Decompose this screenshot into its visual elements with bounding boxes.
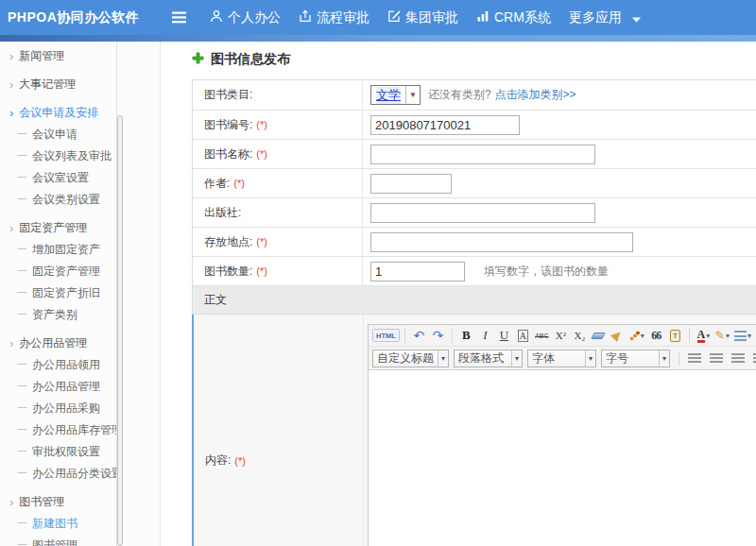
quantity-input[interactable] [370,262,465,282]
sidebar-item-meeting-apply[interactable]: 一 会议申请 [0,124,160,145]
toolbar-separator [679,351,679,366]
sidebar-section-office-supplies[interactable]: › 办公用品管理 [0,333,160,354]
topnav-label: 更多应用 [569,9,622,26]
subscript-button[interactable]: X₂ [571,327,589,344]
book-no-input[interactable] [370,115,520,135]
form-row-book-name: 图书名称: (*) [192,140,756,169]
topnav-group-approval[interactable]: 集团审批 [387,9,458,26]
sidebar-item-meeting-category[interactable]: 一 会议类别设置 [0,189,160,211]
author-input[interactable] [370,174,452,194]
font-style-button[interactable]: A [514,327,532,344]
font-size-dropdown[interactable]: 字号 ▾ [601,350,670,367]
sidebar-item-approval-permission[interactable]: 一 审批权限设置 [0,441,160,463]
category-selected-value: 文学 [376,87,401,104]
book-no-label: 图书编号: [204,117,252,133]
dash-icon: 一 [17,151,27,162]
sidebar-item-asset-depreciation[interactable]: 一 固定资产折旧 [0,282,160,304]
ordered-list-icon [734,331,747,341]
editor-toolbar-row2: 自定义标题 ▾ 段落格式 ▾ 字体 ▾ [369,347,756,370]
blockquote-button[interactable]: 66 [647,327,665,344]
highlight-color-button[interactable]: ✎▾ [713,327,731,344]
category-select[interactable]: 文学 ▼ [370,85,421,105]
sidebar-item-supplies-purchase[interactable]: 一 办公用品采购 [0,398,160,419]
sidebar-item-supplies-manage[interactable]: 一 办公用品管理 [0,376,160,398]
clear-format-button[interactable] [609,327,627,344]
sidebar-item-book-new[interactable]: 一 新建图书 [0,513,160,535]
format-painter-button[interactable]: ▾ [627,327,646,344]
chevron-right-icon: › [9,496,13,508]
remove-format-button[interactable] [590,327,608,344]
topnav-workflow-approval[interactable]: 流程审批 [299,9,369,26]
publisher-input[interactable] [370,203,595,223]
edit-square-icon [387,9,401,26]
location-input[interactable] [370,232,633,252]
sidebar-item-asset-category[interactable]: 一 资产类别 [0,304,160,326]
sidebar-section-books[interactable]: › 图书管理 [0,491,160,513]
required-mark: (*) [233,178,245,189]
sidebar-item-book-manage[interactable]: 一 图书管理 [0,535,160,546]
sidebar-item-label: 固定资产管理 [32,264,100,280]
sidebar: › 新闻管理 › 大事记管理 › 会议申请及安排 一 会议申请 一 会议列表及审… [0,42,161,546]
italic-button[interactable]: I [476,327,494,344]
superscript-button[interactable]: X² [552,327,570,344]
category-hint: 还没有类别? [428,87,491,103]
sidebar-section-meeting[interactable]: › 会议申请及安排 [0,102,160,124]
ordered-list-button[interactable]: ▾ [732,327,753,344]
bold-button[interactable]: B [457,327,475,344]
align-right-button[interactable] [728,350,748,367]
sidebar-scrollbar-thumb[interactable] [117,115,123,546]
sidebar-item-supplies-receive[interactable]: 一 办公用品领用 [0,354,160,376]
html-source-button[interactable]: HTML [372,329,400,342]
caret-down-icon: ▾ [511,350,522,367]
font-family-dropdown[interactable]: 字体 ▾ [527,350,596,367]
redo-button[interactable]: ↷ [429,327,447,344]
sidebar-item-asset-manage[interactable]: 一 固定资产管理 [0,261,160,282]
book-name-input[interactable] [370,145,595,164]
sidebar-section-label: 固定资产管理 [19,220,87,236]
topnav-more-apps[interactable]: 更多应用 [569,9,641,26]
font-color-button[interactable]: A▾ [695,327,713,344]
form-row-publisher: 出版社: [192,198,756,228]
dash-icon: 一 [17,129,27,140]
topbar-accent-strip [0,35,756,42]
align-left-button[interactable] [684,350,705,367]
topnav-personal-office[interactable]: 个人办公 [210,9,281,26]
align-center-button[interactable] [706,350,727,367]
paragraph-format-dropdown[interactable]: 段落格式 ▾ [454,350,523,367]
underline-button[interactable]: U [495,327,513,344]
sidebar-item-supplies-classify[interactable]: 一 办公用品分类设置 [0,463,160,485]
editor-content-area[interactable] [369,370,756,546]
align-justify-button[interactable] [749,350,756,367]
app-logo: PHPOA协同办公软件 [8,0,139,35]
caret-down-icon: ▾ [659,350,669,367]
required-mark: (*) [256,265,267,277]
sidebar-item-meeting-list[interactable]: 一 会议列表及审批 [0,145,160,167]
paste-text-button[interactable]: T [666,327,684,344]
topnav-crm-system[interactable]: CRM系统 [476,9,551,26]
sidebar-item-meeting-room[interactable]: 一 会议室设置 [0,167,160,189]
custom-title-dropdown[interactable]: 自定义标题 ▾ [372,350,449,367]
sidebar-item-label: 办公用品领用 [32,357,100,373]
menu-toggle-button[interactable] [172,10,186,27]
sidebar-item-label: 审批权限设置 [32,444,100,460]
undo-button[interactable]: ↶ [410,327,428,344]
sidebar-item-label: 办公用品库存管理 [32,422,123,438]
chevron-right-icon: › [9,50,13,62]
content-label: 内容: [205,452,231,469]
sidebar-section-news[interactable]: › 新闻管理 [0,45,160,67]
sidebar-item-supplies-inventory[interactable]: 一 办公用品库存管理 [0,419,160,441]
required-mark: (*) [256,236,267,247]
strikethrough-button[interactable]: ABC [533,327,551,344]
dash-icon: 一 [17,195,27,205]
required-mark: (*) [256,148,267,160]
sidebar-item-label: 办公用品分类设置 [32,466,123,482]
dash-icon: 一 [17,519,27,529]
sidebar-section-memorabilia[interactable]: › 大事记管理 [0,74,160,95]
sidebar-item-label: 会议室设置 [32,170,89,186]
sidebar-section-fixed-assets[interactable]: › 固定资产管理 [0,217,160,239]
sidebar-item-asset-add[interactable]: 一 增加固定资产 [0,239,160,261]
add-category-link[interactable]: 点击添加类别>> [495,87,576,103]
clipboard-icon: T [670,330,680,342]
sidebar-section-label: 新闻管理 [19,48,64,64]
sidebar-item-label: 增加固定资产 [32,242,100,258]
